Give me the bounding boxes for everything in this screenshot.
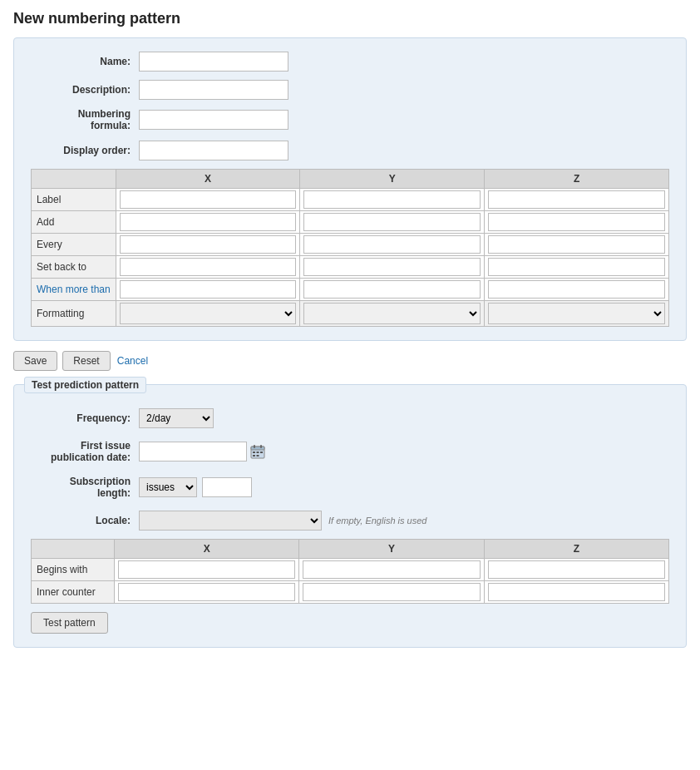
input-add-y[interactable]	[303, 213, 481, 231]
test-grid-header-x: X	[115, 540, 299, 559]
cell-add-x	[116, 210, 300, 233]
svg-rect-8	[257, 455, 259, 457]
first-issue-row: First issuepublication date:	[31, 437, 669, 464]
name-input[interactable]	[139, 52, 288, 72]
table-row: Set back to	[32, 255, 669, 278]
row-label-begins-with: Begins with	[32, 559, 115, 581]
input-every-x[interactable]	[120, 235, 297, 254]
display-order-input[interactable]	[139, 141, 288, 160]
input-setback-y[interactable]	[303, 258, 481, 276]
cell-setback-y	[300, 255, 485, 278]
input-when-x[interactable]	[120, 280, 297, 299]
input-when-y[interactable]	[303, 280, 481, 299]
svg-rect-4	[253, 452, 255, 453]
cell-begins-x	[115, 559, 299, 581]
subscription-length-row: Subscriptionlength: issues months weeks …	[31, 472, 669, 500]
page-title: New numbering pattern	[13, 10, 687, 27]
input-setback-z[interactable]	[488, 258, 665, 276]
cell-fmt-x	[116, 300, 300, 326]
row-label-when-more-than: When more than	[32, 278, 116, 300]
svg-rect-2	[254, 445, 255, 448]
input-begins-x[interactable]	[118, 560, 295, 579]
cell-label-z	[485, 188, 669, 210]
numbering-formula-input[interactable]	[139, 110, 288, 130]
locale-row: Locale: If empty, English is used	[31, 507, 669, 531]
reset-button[interactable]: Reset	[62, 351, 110, 371]
subscription-length-label: Subscriptionlength:	[31, 476, 139, 500]
name-label: Name:	[31, 56, 139, 67]
cell-every-y	[300, 233, 485, 255]
cell-begins-z	[484, 559, 668, 581]
action-buttons-row: Save Reset Cancel	[13, 351, 687, 371]
input-label-x[interactable]	[120, 190, 297, 209]
numbering-grid: X Y Z Label Add Every	[31, 169, 669, 327]
cell-add-z	[485, 210, 669, 233]
select-formatting-z[interactable]	[488, 303, 665, 324]
input-when-z[interactable]	[488, 280, 665, 299]
locale-label: Locale:	[31, 515, 139, 526]
table-row: Inner counter	[32, 581, 669, 604]
cell-add-y	[300, 210, 485, 233]
test-panel: Test prediction pattern Frequency: 2/day…	[13, 384, 687, 649]
row-label-inner-counter: Inner counter	[32, 581, 115, 604]
first-issue-input[interactable]	[139, 442, 247, 462]
input-begins-z[interactable]	[488, 560, 665, 579]
test-grid-header-z: Z	[484, 540, 668, 559]
input-inner-y[interactable]	[303, 583, 480, 601]
input-every-z[interactable]	[488, 235, 665, 254]
row-label-every: Every	[32, 233, 116, 255]
cell-when-x	[116, 278, 300, 300]
row-label-set-back-to: Set back to	[32, 255, 116, 278]
description-input[interactable]	[139, 80, 288, 100]
input-add-z[interactable]	[488, 213, 665, 231]
first-issue-label: First issuepublication date:	[31, 440, 139, 464]
table-row: Formatting	[32, 300, 669, 326]
numbering-formula-label: Numberingformula:	[31, 108, 139, 132]
description-label: Description:	[31, 84, 139, 96]
input-add-x[interactable]	[120, 213, 297, 231]
name-row: Name:	[31, 52, 669, 72]
frequency-select[interactable]: 2/day 1/day 1/week 1/month	[139, 408, 214, 428]
cell-setback-z	[485, 255, 669, 278]
save-button[interactable]: Save	[13, 351, 57, 371]
cell-every-x	[116, 233, 300, 255]
input-label-y[interactable]	[303, 190, 481, 209]
table-row: Label	[32, 188, 669, 210]
table-row: Every	[32, 233, 669, 255]
table-row: Add	[32, 210, 669, 233]
frequency-label: Frequency:	[31, 412, 139, 424]
row-label-formatting: Formatting	[32, 300, 116, 326]
input-inner-x[interactable]	[118, 583, 295, 601]
cell-label-x	[116, 188, 300, 210]
grid-header-x: X	[116, 169, 300, 188]
subscription-unit-select[interactable]: issues months weeks days	[139, 477, 197, 497]
grid-header-z: Z	[485, 169, 669, 188]
input-every-y[interactable]	[303, 235, 481, 254]
svg-rect-7	[253, 455, 255, 457]
display-order-row: Display order:	[31, 141, 669, 160]
input-inner-z[interactable]	[488, 583, 665, 601]
select-formatting-y[interactable]	[303, 303, 481, 324]
cancel-link[interactable]: Cancel	[116, 352, 150, 370]
cell-fmt-y	[300, 300, 485, 326]
select-formatting-x[interactable]	[120, 303, 297, 324]
input-begins-y[interactable]	[303, 560, 480, 579]
grid-header-empty	[32, 169, 116, 188]
display-order-label: Display order:	[31, 145, 139, 156]
calendar-icon[interactable]	[250, 444, 265, 459]
row-label-label: Label	[32, 188, 116, 210]
sub-length-inputs: issues months weeks days	[139, 477, 252, 497]
numbering-formula-row: Numberingformula:	[31, 108, 669, 132]
when-more-than-link[interactable]: When more than	[37, 284, 111, 295]
test-pattern-button[interactable]: Test pattern	[31, 612, 108, 634]
cell-begins-y	[299, 559, 484, 581]
test-grid: X Y Z Begins with Inner counter	[31, 539, 669, 604]
test-panel-title: Test prediction pattern	[24, 377, 146, 393]
cell-fmt-z	[485, 300, 669, 326]
table-row: Begins with	[32, 559, 669, 581]
locale-select[interactable]	[139, 511, 322, 531]
input-label-z[interactable]	[488, 190, 665, 209]
frequency-row: Frequency: 2/day 1/day 1/week 1/month	[31, 405, 669, 428]
input-setback-x[interactable]	[120, 258, 297, 276]
subscription-value-input[interactable]	[202, 477, 252, 497]
